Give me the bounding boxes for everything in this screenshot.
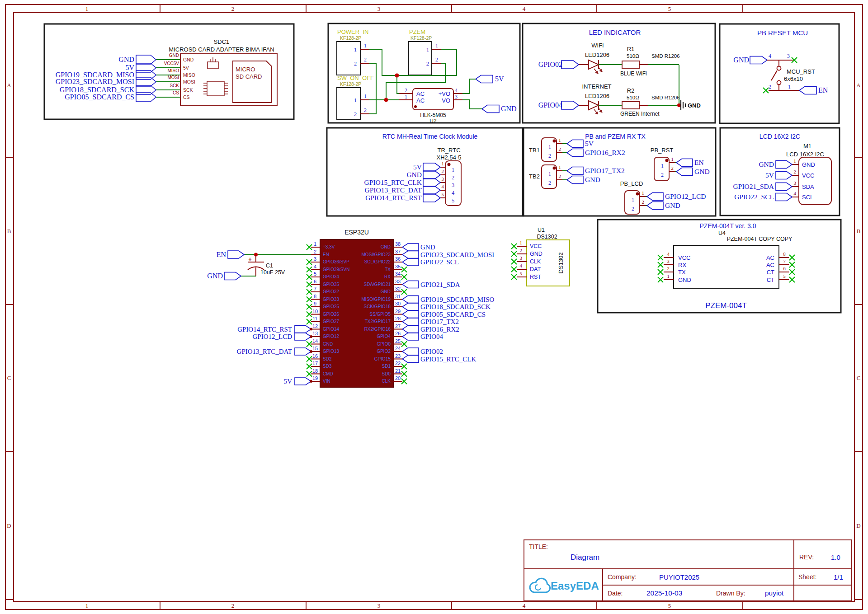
pin-name: GPIO32	[323, 290, 339, 294]
resistor-package: SMD R1206	[651, 54, 680, 59]
led-function-label: INTERNET	[582, 84, 612, 89]
ground-label: GND	[688, 103, 701, 108]
pin-name: +3.3V	[323, 245, 335, 249]
net-label: GPIO13_RTC_DAT	[364, 187, 422, 194]
pin-name: GND	[678, 277, 691, 283]
net-flag-icon	[482, 105, 499, 113]
net-label: GPIO15_RTC_CLK	[364, 179, 422, 186]
pin-name: TX	[678, 269, 686, 275]
pb-rst-refdes: PB_RST	[651, 147, 674, 153]
pin-name: 5V	[183, 66, 189, 70]
pin-name-inner: 1	[354, 97, 357, 103]
pin-name: MISO/GPIO19	[362, 297, 391, 302]
frame-column-label: 4	[523, 603, 526, 609]
resistor-body	[622, 102, 639, 109]
pin-name: CMD	[323, 372, 333, 376]
net-flag-icon	[423, 194, 440, 202]
pin-number: 2	[519, 248, 522, 253]
pin-number: 10	[312, 309, 318, 314]
pin-name: GND	[802, 162, 815, 168]
pin-name-inner: 4	[452, 190, 454, 196]
frame-row-label: C	[857, 375, 861, 381]
frame-column-label: 3	[377, 603, 381, 609]
pin-name: RX2/GPIO16	[364, 327, 391, 332]
pzem-name: PZEM-004T COPY COPY	[727, 236, 793, 242]
net-label: GPIO04	[538, 102, 562, 109]
pin-number: 27	[395, 323, 401, 328]
net-label: GND	[585, 176, 600, 183]
frame-row-label: C	[7, 375, 11, 381]
pin-name: VCC	[802, 173, 814, 178]
net-label: GPIO02	[538, 61, 562, 68]
pin-name-inner: 1	[354, 47, 357, 52]
pin-name-inner: 2	[452, 175, 454, 181]
pin-number: 4	[667, 252, 669, 257]
frame-column-label: 2	[231, 603, 235, 609]
pin-number: 28	[395, 316, 401, 321]
led-part-name: LED1206	[585, 52, 609, 58]
frame-column-label: 4	[523, 6, 526, 12]
pin-name: GPIO25	[323, 305, 339, 309]
frame-column-label: 5	[668, 603, 671, 609]
tb2-refdes: TB2	[529, 173, 540, 179]
rev-label: REV:	[799, 554, 814, 560]
pin-name: VIN	[323, 379, 330, 384]
pad-label: MOSI	[167, 75, 179, 80]
pin-number: 1	[435, 43, 438, 48]
pin-name-inner: 5	[452, 198, 454, 204]
net-label-gnd: GND	[207, 272, 223, 280]
pin-name: MOSI	[183, 80, 195, 84]
pin-number: 32	[395, 286, 401, 291]
junction-dot	[395, 74, 399, 78]
pb-lcd-refdes: PB_LCD	[620, 181, 643, 187]
microsd-label-line2: SD CARD	[236, 74, 262, 80]
pin-number: 21	[395, 368, 401, 373]
net-flag-icon	[402, 296, 419, 303]
net-flag-icon	[402, 318, 419, 325]
net-label: GPIO16_RX2	[585, 149, 625, 156]
section-box-rtc	[327, 128, 523, 216]
net-label: 5V	[284, 378, 292, 385]
lcd-part-name: LCD 16X2 I2C	[786, 151, 824, 157]
junction-dot	[448, 163, 451, 166]
pin-number: 4	[441, 185, 443, 190]
net-flag-icon	[776, 161, 792, 169]
net-label: GND	[118, 56, 134, 63]
date-label: Date:	[608, 590, 623, 596]
switch-icon	[777, 81, 781, 85]
pin-number: 23	[395, 353, 401, 358]
pin-number: 20	[395, 376, 401, 381]
net-label-5v: 5V	[495, 75, 504, 83]
pin-name-inner: 1	[548, 144, 551, 150]
net-flag-icon	[799, 87, 816, 94]
pin-number: 9	[314, 301, 316, 306]
pin-number: 1	[558, 138, 561, 143]
cap-value: 10uF 25V	[260, 270, 285, 276]
net-label: GPIO17_TX2	[420, 319, 459, 325]
frame-column-label: 5	[668, 6, 671, 12]
net-flag-icon	[136, 70, 156, 80]
pin-number: 1	[667, 274, 669, 279]
company-label: Company:	[608, 574, 637, 580]
pin-name-inner: 1	[548, 171, 551, 177]
pin-number: 2	[793, 170, 796, 175]
pin-name: GND	[183, 57, 193, 62]
pin-name: GPIO39/SVN	[323, 267, 349, 272]
pin-number: 4	[519, 264, 522, 269]
drawn-by-label: Drawn By:	[716, 590, 745, 596]
pin-number: 2	[441, 169, 443, 174]
net-label: 5V	[585, 140, 594, 147]
net-flag-icon	[476, 75, 493, 83]
pin-name: SD2	[323, 357, 331, 361]
rev-value: 1.0	[831, 554, 840, 561]
schematic-sheet: SDC1 MICROSD CARD ADAPTER BIMA IFAN MICR…	[0, 0, 868, 614]
pin-name: SDA/GPIO21	[364, 282, 391, 287]
pin-number: 37	[395, 249, 401, 254]
net-label: GPIO15_RTC_CLK	[420, 356, 476, 362]
pin-name: VCC	[530, 244, 542, 249]
pin-name: GPIO15	[374, 357, 391, 361]
pin-name: AC	[416, 91, 425, 97]
pin-number: 36	[395, 257, 401, 262]
wire	[462, 100, 482, 109]
net-label: GPIO04	[420, 333, 443, 340]
